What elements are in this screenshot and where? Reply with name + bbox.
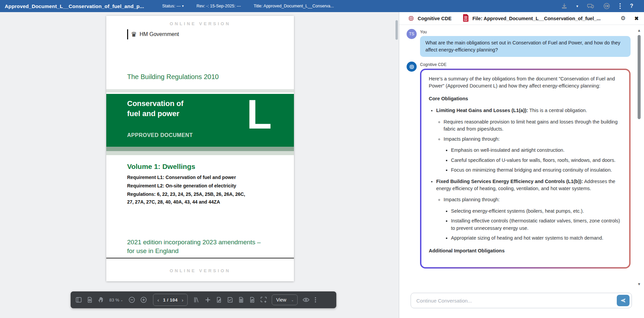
annotate-icon[interactable] <box>216 296 222 303</box>
zoom-level-value: 83 % <box>109 297 119 303</box>
cover-title-line2: fuel and power <box>127 109 183 119</box>
pdf-toolbar: 83 % ⌄ ‹ 1 / 104 › <box>71 291 336 308</box>
chat-scrollbar[interactable]: ▲ ▼ <box>637 28 642 286</box>
response-heading-core: Core Obligations <box>429 95 622 102</box>
list-item: Fixed Building Services Energy Efficienc… <box>436 178 622 242</box>
download-icon[interactable] <box>561 3 568 9</box>
divider-band-sage <box>106 147 294 151</box>
zoom-out-icon[interactable] <box>128 296 136 304</box>
online-version-watermark-top: ONLINE VERSION <box>106 21 294 26</box>
assistant-avatar <box>407 62 417 72</box>
visibility-icon[interactable] <box>302 296 310 303</box>
volume-title: Volume 1: Dwellings <box>127 163 195 171</box>
hm-government-label: HM Government <box>140 31 179 37</box>
topbar-actions: ▾ ? <box>561 2 633 10</box>
next-page-icon[interactable]: › <box>182 297 183 303</box>
approved-document-label: APPROVED DOCUMENT <box>127 132 193 138</box>
list-item: Careful specification of U-values for wa… <box>451 157 622 164</box>
list-item: Installing effective controls (thermosta… <box>451 217 622 232</box>
document-report-icon[interactable] <box>238 296 244 303</box>
sidebar-toggle-icon[interactable] <box>75 296 82 303</box>
chat-panel: Cognitive CDE PDF File: Approved_Documen… <box>399 12 644 318</box>
page-settings-icon[interactable] <box>86 296 93 303</box>
building-regulations-title: The Building Regulations 2010 <box>127 73 219 81</box>
previous-page-icon[interactable]: ‹ <box>157 297 159 303</box>
divider-band-pale <box>106 151 294 155</box>
assistant-response-frame: Here's a summary of the key obligations … <box>420 69 631 269</box>
scroll-up-icon[interactable]: ▲ <box>637 28 641 32</box>
cover-title: Conservation of fuel and power <box>127 99 183 119</box>
app-name: Cognitive CDE <box>418 16 452 21</box>
pdf-page-cover: ONLINE VERSION ♛ HM Government The Build… <box>106 16 294 281</box>
chat-input-bar <box>399 288 644 318</box>
list-item: Requires reasonable provision to limit h… <box>444 118 622 133</box>
assistant-response-body: Here's a summary of the key obligations … <box>421 70 629 267</box>
document-letter: L <box>247 99 272 131</box>
online-version-watermark-bottom: ONLINE VERSION <box>106 268 294 273</box>
list-item: Impacts planning through: <box>444 136 622 143</box>
settings-gear-icon[interactable]: ⚙ <box>620 15 626 22</box>
toolbar-more-icon[interactable] <box>314 297 316 303</box>
edition-line2: for use in England <box>127 247 261 255</box>
revision-label: Rev: -: 15-Sep-2025: --- <box>196 4 241 8</box>
response-intro: Here's a summary of the key obligations … <box>429 75 622 90</box>
close-panel-icon[interactable]: ✖ <box>634 15 639 22</box>
cover-rule <box>106 258 294 258</box>
library-icon[interactable] <box>193 296 200 303</box>
logo-bar <box>127 29 128 39</box>
regulations-line1: Regulations: 6, 22, 23, 24, 25, 25A, 25B… <box>127 191 245 197</box>
svg-text:PDF: PDF <box>464 19 468 21</box>
scrollbar-thumb[interactable] <box>638 35 641 119</box>
save-markup-icon[interactable] <box>227 296 233 303</box>
response-heading-additional: Additional Important Obligations <box>429 247 622 254</box>
list-item: Emphasis on well-insulated and airtight … <box>451 147 622 154</box>
list-item: Selecting energy-efficient systems (boil… <box>451 208 622 215</box>
pan-hand-icon[interactable] <box>98 296 104 303</box>
chat-message-list[interactable]: TS You What are the main obligations set… <box>399 25 644 288</box>
more-options-icon[interactable] <box>619 3 621 9</box>
panel-resize-handle[interactable] <box>395 20 398 40</box>
user-message-row: TS You What are the main obligations set… <box>407 29 631 57</box>
add-icon[interactable] <box>204 296 211 303</box>
snapshot-region-icon[interactable] <box>260 296 267 304</box>
royal-crest-icon: ♛ <box>131 31 137 38</box>
assistant-message-row: Cognitive CDE Here's a summary of the ke… <box>407 62 631 269</box>
requirement-l1: Requirement L1: Conservation of fuel and… <box>127 175 236 180</box>
status-dropdown[interactable]: Status: --- ▾ <box>162 4 184 8</box>
pdf-file-icon: PDF <box>462 14 469 23</box>
chat-input-container <box>411 293 632 308</box>
chevron-down-icon: ⌄ <box>120 298 123 302</box>
chat-panel-header: Cognitive CDE PDF File: Approved_Documen… <box>399 12 644 25</box>
help-icon[interactable]: ? <box>630 3 633 9</box>
bullet-text: This is a central obligation. <box>528 108 587 113</box>
status-label: Status: --- <box>162 4 181 8</box>
pdf-viewer: ONLINE VERSION ♛ HM Government The Build… <box>0 12 399 318</box>
video-call-icon[interactable] <box>603 2 610 10</box>
view-mode-select[interactable]: View ⌄ <box>272 294 297 305</box>
title-label: Title: Approved_Document_L__Conserva... <box>254 4 334 8</box>
regulations-line2: 27, 27A, 27C, 28, 40, 40A, 43, 44 and 44… <box>127 199 220 205</box>
cpu-chip-icon <box>408 15 414 22</box>
edition-line1: 2021 edition incorporating 2023 amendmen… <box>127 238 261 247</box>
chevron-down-icon: ▾ <box>182 4 184 8</box>
comments-icon[interactable] <box>587 3 594 9</box>
view-mode-value: View <box>276 297 286 303</box>
main-area: ONLINE VERSION ♛ HM Government The Build… <box>0 12 644 318</box>
edition-note: 2021 edition incorporating 2023 amendmen… <box>127 238 261 255</box>
list-item: Limiting Heat Gains and Losses (L1(a)): … <box>436 107 622 174</box>
document-sync-icon[interactable] <box>249 296 256 303</box>
chat-input[interactable] <box>416 298 617 304</box>
list-item: Impacts planning through: <box>444 196 622 203</box>
scroll-down-icon[interactable]: ▼ <box>637 282 641 286</box>
send-button[interactable] <box>617 295 630 306</box>
open-file-label: File: Approved_Document_L__Conservation_… <box>472 16 601 21</box>
zoom-in-icon[interactable] <box>140 296 147 304</box>
hm-government-logo: ♛ HM Government <box>127 29 179 39</box>
list-item: Focus on minimizing thermal bridging and… <box>451 167 622 174</box>
user-avatar: TS <box>407 29 417 39</box>
zoom-level-dropdown[interactable]: 83 % ⌄ <box>109 297 123 303</box>
top-bar: Approved_Document_L__Conservation_of_fue… <box>0 0 644 12</box>
page-indicator[interactable]: 1 / 104 <box>163 297 178 303</box>
assistant-author-label: Cognitive CDE <box>420 62 631 67</box>
download-options-chevron-icon[interactable]: ▾ <box>576 4 578 8</box>
